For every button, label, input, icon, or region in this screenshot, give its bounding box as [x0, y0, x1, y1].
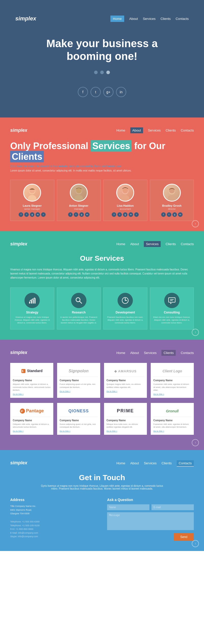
team1-facebook[interactable]: f [19, 212, 23, 217]
client-link-3[interactable]: Go to Site > [107, 390, 145, 392]
service-text-strategy: Vivamus ut magna non nunc tristique rhon… [13, 316, 52, 324]
hero-dots [5, 71, 199, 74]
svg-rect-12 [29, 302, 30, 304]
contact-nav-services[interactable]: Services [144, 461, 157, 465]
client-link-1[interactable]: Go to Site > [13, 393, 51, 395]
services-nav-clients[interactable]: Clients [165, 242, 176, 246]
tel1-value: +1 555 555-6369 [22, 520, 40, 523]
team2-twitter[interactable]: t [74, 212, 78, 217]
about-nav-services[interactable]: Services [148, 128, 161, 132]
contact-section: simplex Home About Services Clients Cont… [0, 450, 204, 551]
svg-rect-13 [31, 300, 32, 304]
email-value[interactable]: info@company.com [18, 532, 38, 534]
services-nav-services[interactable]: Services [144, 241, 161, 247]
linkedin-icon[interactable]: in [116, 87, 126, 97]
client-link-7[interactable]: Go to Site > [107, 430, 145, 432]
fax-value: +1 800-860-9866 [16, 528, 33, 530]
hero-social-icons: f t g+ in [5, 87, 199, 97]
team3-facebook[interactable]: f [112, 212, 116, 217]
nav-contacts[interactable]: Contacts [176, 17, 189, 21]
team4-twitter[interactable]: t [167, 212, 171, 217]
clients-nav-about[interactable]: About [130, 351, 139, 355]
dot-3[interactable] [106, 71, 110, 74]
clients-nav-contacts[interactable]: Contacts [181, 351, 194, 355]
team2-linkedin[interactable]: in [85, 212, 90, 217]
services-nav-about[interactable]: About [130, 242, 139, 246]
team4-facebook[interactable]: f [161, 212, 166, 217]
team4-gplus[interactable]: g [172, 212, 177, 217]
team3-gplus[interactable]: g [123, 212, 128, 217]
contact-nav-about[interactable]: About [130, 461, 139, 465]
form-email-input[interactable] [151, 504, 194, 510]
services-nav-contacts[interactable]: Contacts [181, 242, 194, 246]
about-nav-clients[interactable]: Clients [165, 128, 176, 132]
team1-gplus[interactable]: g [30, 212, 34, 217]
dot-1[interactable] [94, 71, 98, 74]
team-role-3: accountant [106, 208, 145, 210]
address-street: 6901 Mamorro Road, [10, 508, 97, 512]
contact-up-arrow[interactable]: ↑ [192, 540, 199, 547]
contact-nav-clients[interactable]: Clients [161, 461, 172, 465]
about-nav: simplex Home About Services Clients Cont… [10, 128, 194, 133]
about-title: Only Professional Services for Our Clien… [10, 141, 194, 162]
team3-twitter[interactable]: t [117, 212, 122, 217]
about-nav-about[interactable]: About [130, 127, 143, 133]
client-link-2[interactable]: Go to Site > [60, 390, 98, 392]
team2-gplus[interactable]: g [79, 212, 84, 217]
client-logo-1: $Standard [13, 365, 51, 377]
skype-value[interactable]: info@company.com [18, 535, 38, 538]
send-button[interactable]: Send [174, 533, 194, 541]
nav-about[interactable]: About [129, 17, 138, 21]
nav-services[interactable]: Services [143, 17, 156, 21]
team-avatar-3 [116, 184, 134, 202]
service-card-consulting: Consulting Etiam dui ero non nunc tristi… [150, 287, 194, 330]
click-here-link[interactable]: Click here [10, 165, 23, 168]
service-name-development: Development [106, 311, 145, 314]
about-up-arrow[interactable]: ↑ [192, 220, 199, 227]
about-nav-home[interactable]: Home [117, 128, 125, 132]
clients-up-arrow[interactable]: ↑ [192, 439, 199, 446]
team1-linkedin[interactable]: in [35, 212, 40, 217]
about-nav-contacts[interactable]: Contacts [181, 128, 194, 132]
team4-linkedin[interactable]: in [178, 212, 183, 217]
client-link-6[interactable]: Go to Site > [60, 430, 98, 432]
services-nav-home[interactable]: Home [117, 242, 125, 246]
team-social-2: f t g in [60, 212, 98, 217]
contact-nav-contacts[interactable]: Contacts [177, 460, 194, 467]
client-desc-6: Gusce adipiscing quam ut nisl grita, non… [60, 423, 98, 428]
facebook-icon[interactable]: f [78, 87, 88, 97]
about-title-clients: Clients [10, 151, 44, 162]
client-company-1: Company Name [13, 379, 51, 382]
googleplus-icon[interactable]: g+ [103, 87, 113, 97]
team1-twitter[interactable]: t [24, 212, 29, 217]
form-message-textarea[interactable] [107, 512, 194, 530]
team2-facebook[interactable]: f [68, 212, 73, 217]
clients-nav-clients[interactable]: Clients [161, 350, 176, 356]
dot-2[interactable] [100, 71, 104, 74]
svg-point-10 [168, 195, 176, 202]
team1-rss[interactable]: r [41, 212, 46, 217]
clients-nav-services[interactable]: Services [144, 351, 157, 355]
nav-home[interactable]: Home [110, 16, 124, 22]
client-desc-2: Fusce adipiscing quam ut nisl grita, non… [60, 383, 98, 388]
client-link-4[interactable]: Go to Site > [153, 393, 191, 395]
services-up-arrow[interactable]: ↑ [192, 329, 199, 336]
nav-clients[interactable]: Clients [160, 17, 171, 21]
client-logo-8: Gronull [153, 405, 191, 417]
contact-nav-home[interactable]: Home [117, 461, 125, 465]
clients-nav-home[interactable]: Home [117, 351, 125, 355]
client-link-5[interactable]: Go to Site > [13, 430, 51, 432]
svg-point-8 [122, 188, 128, 193]
team3-linkedin[interactable]: in [129, 212, 133, 217]
client-link-8[interactable]: Go to Site > [153, 430, 191, 432]
form-heading: Ask a Question [107, 498, 194, 502]
form-name-input[interactable] [107, 504, 149, 510]
team3-rss[interactable]: r [134, 212, 139, 217]
consulting-icon [164, 293, 180, 308]
service-text-research: In auctor non pellentesque nisi. Praesen… [60, 316, 98, 324]
service-card-strategy: Strategy Vivamus ut magna non nunc trist… [10, 287, 54, 330]
client-desc-4: Cuseamec nibh ante, egestas id dictum si… [153, 383, 191, 391]
twitter-icon[interactable]: t [91, 87, 101, 97]
client-company-8: Company Name [153, 419, 191, 422]
client-logo-text-3: ◆ AMARSUS [114, 369, 137, 373]
